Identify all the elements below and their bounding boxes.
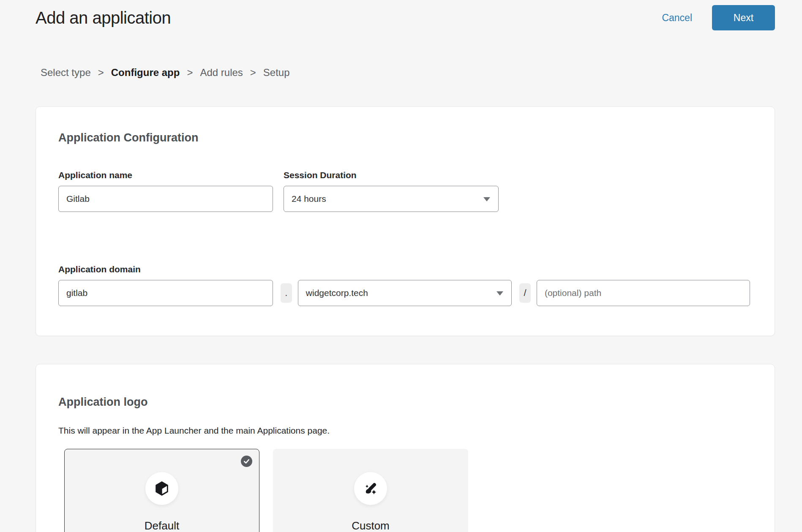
logo-option-default[interactable]: Default <box>64 449 259 532</box>
dot-separator: . <box>281 283 292 303</box>
logo-option-label: Default <box>145 519 179 532</box>
slash-separator: / <box>519 283 531 303</box>
page-title: Add an application <box>35 8 662 27</box>
application-logo-description: This will appear in the App Launcher and… <box>58 425 750 436</box>
domain-select-value: widgetcorp.tech <box>306 288 368 298</box>
logo-option-label: Custom <box>352 519 390 532</box>
cancel-button[interactable]: Cancel <box>662 12 692 24</box>
session-duration-select[interactable]: 24 hours <box>284 186 499 212</box>
application-logo-heading: Application logo <box>58 395 750 409</box>
application-name-input[interactable] <box>58 186 273 212</box>
application-configuration-heading: Application Configuration <box>58 130 750 145</box>
topbar: Add an application Cancel Next <box>0 0 802 30</box>
breadcrumb-step-add-rules[interactable]: Add rules <box>200 67 243 79</box>
breadcrumb-step-select-type[interactable]: Select type <box>41 67 91 79</box>
session-duration-value: 24 hours <box>292 194 326 204</box>
paintbrush-icon <box>363 480 379 497</box>
next-button[interactable]: Next <box>712 5 775 30</box>
subdomain-input[interactable] <box>58 280 273 306</box>
breadcrumb: Select type > Configure app > Add rules … <box>41 67 802 79</box>
breadcrumb-separator: > <box>250 67 256 79</box>
domain-select[interactable]: widgetcorp.tech <box>298 280 512 306</box>
application-logo-card: Application logo This will appear in the… <box>35 364 775 532</box>
breadcrumb-separator: > <box>98 67 104 79</box>
application-name-label: Application name <box>58 170 273 180</box>
selected-check-icon <box>241 456 252 467</box>
application-configuration-card: Application Configuration Application na… <box>35 106 775 336</box>
application-domain-label: Application domain <box>58 264 273 274</box>
custom-logo-circle <box>354 472 387 505</box>
path-input[interactable] <box>537 280 750 306</box>
breadcrumb-step-setup[interactable]: Setup <box>263 67 290 79</box>
logo-option-tiles: Default Custom <box>64 449 750 532</box>
session-duration-label: Session Duration <box>284 170 499 180</box>
breadcrumb-separator: > <box>187 67 193 79</box>
breadcrumb-step-configure-app[interactable]: Configure app <box>111 67 180 79</box>
chevron-down-icon <box>483 197 490 201</box>
cube-icon <box>154 480 170 497</box>
logo-option-custom[interactable]: Custom <box>273 449 468 532</box>
default-logo-circle <box>145 472 178 505</box>
chevron-down-icon <box>496 291 503 296</box>
